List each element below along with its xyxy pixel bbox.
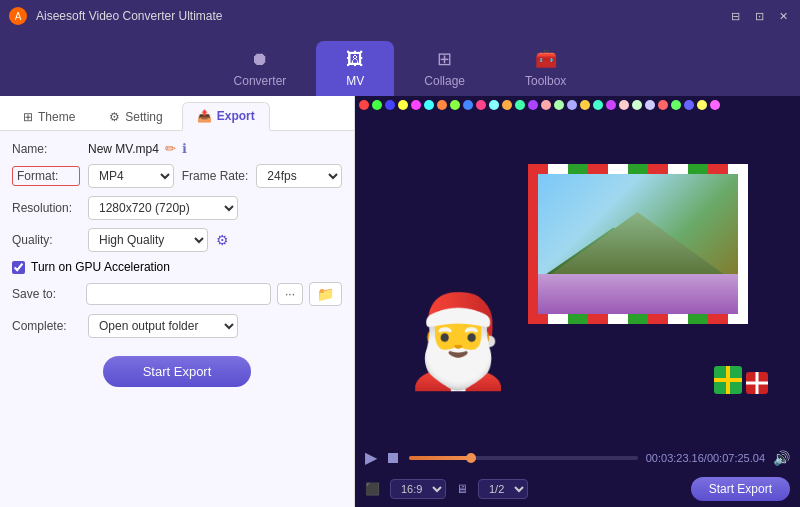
monitor-icon: 🖥 bbox=[456, 482, 468, 496]
complete-label: Complete: bbox=[12, 319, 80, 333]
light-bulb bbox=[580, 100, 590, 110]
light-bulb bbox=[372, 100, 382, 110]
resolution-row: Resolution: 1280x720 (720p) 1920x1080 (1… bbox=[12, 196, 342, 220]
tab-theme[interactable]: ⊞ Theme bbox=[8, 102, 90, 130]
nav-collage[interactable]: ⊞ Collage bbox=[394, 40, 495, 96]
preview-content: 🎅 bbox=[398, 144, 758, 394]
tab-theme-label: Theme bbox=[38, 110, 75, 124]
gpu-checkbox[interactable] bbox=[12, 261, 25, 274]
light-bulb bbox=[398, 100, 408, 110]
collage-icon: ⊞ bbox=[437, 48, 452, 70]
complete-select[interactable]: Open output folder Do nothing bbox=[88, 314, 238, 338]
light-bulb bbox=[632, 100, 642, 110]
nav-converter[interactable]: ⏺ Converter bbox=[204, 41, 317, 96]
light-bulb bbox=[541, 100, 551, 110]
app-logo: A bbox=[8, 6, 28, 26]
name-edit-icon[interactable]: ✏ bbox=[165, 141, 176, 156]
start-export-right-btn[interactable]: Start Export bbox=[691, 477, 790, 501]
light-bulb bbox=[385, 100, 395, 110]
close-btn[interactable]: ✕ bbox=[774, 9, 792, 23]
light-bulb bbox=[606, 100, 616, 110]
light-bulb bbox=[710, 100, 720, 110]
mv-icon: 🖼 bbox=[346, 49, 364, 70]
tab-setting[interactable]: ⚙ Setting bbox=[94, 102, 177, 130]
resolution-label: Resolution: bbox=[12, 201, 80, 215]
nav-mv-label: MV bbox=[346, 74, 364, 88]
light-bulb bbox=[697, 100, 707, 110]
framerate-select[interactable]: 24fps 30fps 60fps bbox=[256, 164, 342, 188]
quality-row: Quality: High Quality Medium Quality Low… bbox=[12, 228, 342, 252]
quality-select[interactable]: High Quality Medium Quality Low Quality bbox=[88, 228, 208, 252]
resolution-select[interactable]: 1280x720 (720p) 1920x1080 (1080p) bbox=[88, 196, 238, 220]
ratio-select[interactable]: 16:9 4:3 1:1 bbox=[390, 479, 446, 499]
browse-dots-btn[interactable]: ··· bbox=[277, 283, 303, 305]
stop-btn[interactable]: ⏹ bbox=[385, 449, 401, 467]
mountain-fg bbox=[538, 204, 738, 284]
progress-bar[interactable] bbox=[409, 456, 638, 460]
time-display: 00:03:23.16/00:07:25.04 bbox=[646, 452, 765, 464]
photo-frame bbox=[528, 164, 748, 324]
light-bulb bbox=[489, 100, 499, 110]
light-bulb bbox=[502, 100, 512, 110]
nav-toolbox-label: Toolbox bbox=[525, 74, 566, 88]
volume-icon[interactable]: 🔊 bbox=[773, 450, 790, 466]
santa-figure: 🎅 bbox=[398, 214, 518, 394]
nav-toolbox[interactable]: 🧰 Toolbox bbox=[495, 40, 596, 96]
player-row2: ⬛ 16:9 4:3 1:1 🖥 1/2 1/1 Start Export bbox=[355, 473, 800, 507]
converter-icon: ⏺ bbox=[251, 49, 269, 70]
save-to-row: Save to: C:\Aiseesoft Studio\Ai...r Ulti… bbox=[12, 282, 342, 306]
light-bulb bbox=[684, 100, 694, 110]
right-panel: 🎅 bbox=[355, 96, 800, 507]
light-bulb bbox=[515, 100, 525, 110]
player-controls: ▶ ⏹ 00:03:23.16/00:07:25.04 🔊 bbox=[355, 442, 800, 473]
light-bulb bbox=[528, 100, 538, 110]
main-area: ⊞ Theme ⚙ Setting 📤 Export Name: New MV.… bbox=[0, 96, 800, 507]
light-bulb bbox=[463, 100, 473, 110]
preview-area: 🎅 bbox=[355, 96, 800, 442]
tab-export-label: Export bbox=[217, 109, 255, 123]
nav-bar: ⏺ Converter 🖼 MV ⊞ Collage 🧰 Toolbox bbox=[0, 32, 800, 96]
tab-setting-label: Setting bbox=[125, 110, 162, 124]
name-info-icon[interactable]: ℹ bbox=[182, 141, 187, 156]
tab-export[interactable]: 📤 Export bbox=[182, 102, 270, 131]
light-bulb bbox=[411, 100, 421, 110]
gpu-row: Turn on GPU Acceleration bbox=[12, 260, 342, 274]
light-bulb bbox=[593, 100, 603, 110]
light-bulb bbox=[658, 100, 668, 110]
photo-inner bbox=[538, 174, 738, 314]
quality-settings-icon[interactable]: ⚙ bbox=[216, 232, 229, 248]
light-bulb bbox=[437, 100, 447, 110]
light-bulb bbox=[476, 100, 486, 110]
complete-row: Complete: Open output folder Do nothing bbox=[12, 314, 342, 338]
nav-mv[interactable]: 🖼 MV bbox=[316, 41, 394, 96]
light-bulb bbox=[671, 100, 681, 110]
monitor-select[interactable]: 1/2 1/1 bbox=[478, 479, 528, 499]
play-btn[interactable]: ▶ bbox=[365, 448, 377, 467]
maximize-btn[interactable]: ⊡ bbox=[750, 9, 768, 23]
format-select[interactable]: MP4 MOV AVI bbox=[88, 164, 174, 188]
progress-fill bbox=[409, 456, 471, 460]
left-panel: ⊞ Theme ⚙ Setting 📤 Export Name: New MV.… bbox=[0, 96, 355, 507]
name-value: New MV.mp4 ✏ ℹ bbox=[88, 141, 342, 156]
start-export-area: Start Export bbox=[12, 356, 342, 387]
start-export-left-btn[interactable]: Start Export bbox=[103, 356, 252, 387]
save-path-input[interactable]: C:\Aiseesoft Studio\Ai...r Ultimate\MV E… bbox=[86, 283, 271, 305]
name-text: New MV.mp4 bbox=[88, 142, 159, 156]
minimize-btn[interactable]: ⊟ bbox=[726, 9, 744, 23]
save-to-label: Save to: bbox=[12, 287, 80, 301]
export-form: Name: New MV.mp4 ✏ ℹ Format: MP4 MOV AVI… bbox=[0, 131, 354, 507]
name-label: Name: bbox=[12, 142, 80, 156]
light-bulb bbox=[424, 100, 434, 110]
nav-collage-label: Collage bbox=[424, 74, 465, 88]
light-bulb bbox=[645, 100, 655, 110]
window-controls: ⊟ ⊡ ✕ bbox=[726, 9, 792, 23]
setting-tab-icon: ⚙ bbox=[109, 110, 120, 124]
quality-label: Quality: bbox=[12, 233, 80, 247]
format-label: Format: bbox=[12, 166, 80, 186]
field bbox=[538, 274, 738, 314]
svg-text:A: A bbox=[15, 11, 22, 22]
toolbox-icon: 🧰 bbox=[535, 48, 557, 70]
open-folder-btn[interactable]: 📁 bbox=[309, 282, 342, 306]
export-tab-icon: 📤 bbox=[197, 109, 212, 123]
progress-thumb bbox=[466, 453, 476, 463]
